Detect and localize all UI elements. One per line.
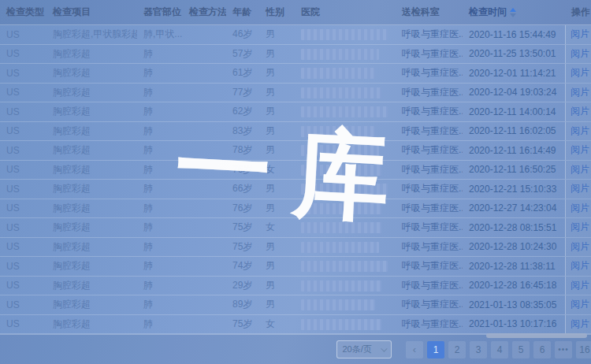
sort-caret-icon[interactable]: [510, 8, 516, 17]
table-row[interactable]: US 胸腔彩超 肺 74岁 男 呼吸与重症医... 2020-12-28 11:…: [0, 257, 591, 277]
pagination-page-button[interactable]: 2: [448, 341, 466, 358]
hospital-redaction-block: [301, 126, 375, 137]
cell-hospital: [295, 221, 396, 233]
cell-actions: 阅片: [565, 45, 591, 64]
header-exam-time[interactable]: 检查时间: [463, 6, 565, 19]
cell-exam-item: 胸腔彩超: [46, 143, 137, 157]
pagination-page-button[interactable]: 6: [533, 341, 551, 358]
cell-department: 呼吸与重症医...: [396, 298, 463, 311]
view-film-link[interactable]: 阅片: [571, 279, 589, 292]
table-row[interactable]: US 胸腔彩超 肺 57岁 男 呼吸与重症医... 2020-11-25 13:…: [0, 45, 591, 65]
table-row[interactable]: US 胸腔彩超 肺 76岁 女 呼吸与重症医... 2020-12-11 16:…: [0, 161, 591, 180]
cell-hospital: [295, 67, 396, 79]
horizontal-scrollbar-thumb[interactable]: [486, 333, 587, 338]
view-film-link[interactable]: 阅片: [571, 298, 589, 311]
cell-gender: 男: [259, 279, 295, 292]
header-hospital: 医院: [295, 6, 396, 19]
hospital-redaction-block: [301, 29, 388, 40]
cell-exam-type: US: [0, 280, 46, 291]
pagination-page-button[interactable]: 4: [491, 341, 508, 358]
cell-department: 呼吸与重症医...: [396, 124, 463, 138]
cell-hospital: [295, 28, 396, 40]
cell-age: 76岁: [226, 163, 259, 176]
cell-exam-time: 2020-12-28 10:24:30: [463, 241, 565, 252]
table-row[interactable]: US 胸腔彩超 肺 75岁 男 呼吸与重症医... 2020-12-28 10:…: [0, 238, 591, 258]
cell-department: 呼吸与重症医...: [396, 318, 463, 331]
table-row[interactable]: US 胸腔彩超 肺 62岁 男 呼吸与重症医... 2020-12-11 14:…: [0, 102, 591, 122]
cell-actions: 阅片: [565, 25, 591, 44]
cell-age: 74岁: [226, 259, 259, 273]
table-row[interactable]: US 胸腔彩超 肺 78岁 男 呼吸与重症医... 2020-12-11 16:…: [0, 141, 591, 161]
table-row[interactable]: US 胸腔彩超,甲状腺彩超 肺,甲状... 46岁 男 呼吸与重症医... 20…: [0, 25, 591, 45]
table-row[interactable]: US 胸腔彩超 肺 76岁 男 呼吸与重症医... 2020-12-27 14:…: [0, 199, 591, 219]
pagination-page-button[interactable]: 1: [427, 341, 444, 358]
cell-department: 呼吸与重症医...: [396, 221, 463, 234]
view-film-link[interactable]: 阅片: [571, 202, 589, 215]
table-row[interactable]: US 胸腔彩超 肺 66岁 男 呼吸与重症医... 2020-12-21 15:…: [0, 180, 591, 199]
hospital-redaction-block: [301, 87, 381, 98]
cell-gender: 男: [259, 182, 295, 195]
view-film-link[interactable]: 阅片: [571, 86, 589, 99]
cell-age: 75岁: [226, 240, 259, 254]
cell-exam-item: 胸腔彩超: [46, 105, 137, 118]
cell-department: 呼吸与重症医...: [396, 143, 463, 157]
pagination-more-button[interactable]: •••: [555, 341, 572, 358]
cell-hospital: [295, 106, 396, 117]
cell-exam-item: 胸腔彩超: [46, 259, 137, 273]
hospital-redaction-block: [301, 261, 388, 272]
view-film-link[interactable]: 阅片: [571, 182, 589, 195]
cell-exam-type: US: [0, 261, 46, 272]
table-row[interactable]: US 胸腔彩超 肺 89岁 男 呼吸与重症医... 2021-01-13 08:…: [0, 295, 591, 315]
cell-gender: 男: [259, 298, 295, 311]
view-film-link[interactable]: 阅片: [571, 163, 589, 176]
table-row[interactable]: US 胸腔彩超 肺 29岁 男 呼吸与重症医... 2020-12-28 16:…: [0, 277, 591, 296]
page-size-select[interactable]: 20条/页: [336, 340, 392, 358]
cell-exam-time: 2020-12-11 16:14:49: [463, 145, 565, 156]
view-film-link[interactable]: 阅片: [571, 318, 589, 331]
pagination-page-button[interactable]: 3: [470, 341, 487, 358]
pagination-page-button[interactable]: 16: [576, 341, 591, 358]
cell-gender: 男: [259, 202, 295, 215]
view-film-link[interactable]: 阅片: [571, 221, 589, 234]
table-row[interactable]: US 胸腔彩超 肺 83岁 男 呼吸与重症医... 2020-12-11 16:…: [0, 122, 591, 142]
view-film-link[interactable]: 阅片: [571, 143, 589, 157]
cell-exam-type: US: [0, 222, 46, 233]
view-film-link[interactable]: 阅片: [571, 124, 589, 138]
page-size-label: 20条/页: [343, 344, 372, 355]
view-film-link[interactable]: 阅片: [571, 28, 589, 41]
cell-actions: 阅片: [565, 141, 591, 160]
view-film-link[interactable]: 阅片: [571, 47, 589, 61]
pagination-prev-button[interactable]: ‹: [406, 341, 423, 358]
pagination-page-button[interactable]: 5: [512, 341, 530, 358]
cell-hospital: [295, 125, 396, 137]
cell-age: 78岁: [226, 143, 259, 157]
cell-organ: 肺: [137, 47, 183, 61]
cell-organ: 肺: [137, 279, 183, 292]
view-film-link[interactable]: 阅片: [571, 105, 589, 118]
table-row[interactable]: US 胸腔彩超 肺 75岁 女 呼吸与重症医... 2020-12-28 08:…: [0, 218, 591, 238]
table-row[interactable]: US 胸腔彩超 肺 75岁 女 呼吸与重症医... 2021-01-13 10:…: [0, 315, 591, 335]
cell-exam-time: 2020-12-28 08:15:51: [463, 222, 565, 233]
table-row[interactable]: US 胸腔彩超 肺 61岁 男 呼吸与重症医... 2020-12-01 11:…: [0, 64, 591, 84]
cell-exam-type: US: [0, 299, 46, 310]
view-film-link[interactable]: 阅片: [571, 259, 589, 273]
view-film-link[interactable]: 阅片: [571, 66, 589, 80]
cell-exam-time: 2021-01-13 10:17:16: [463, 318, 565, 329]
cell-department: 呼吸与重症医...: [396, 202, 463, 215]
cell-exam-item: 胸腔彩超: [46, 298, 137, 311]
table-row[interactable]: US 胸腔彩超 肺 77岁 男 呼吸与重症医... 2020-12-04 19:…: [0, 84, 591, 103]
cell-exam-time: 2020-12-04 19:03:24: [463, 87, 565, 98]
cell-exam-time: 2020-12-11 16:02:05: [463, 125, 565, 136]
header-gender: 性别: [259, 6, 295, 19]
cell-organ: 肺,甲状...: [137, 28, 183, 41]
cell-actions: 阅片: [565, 199, 591, 218]
exam-list-screen: 检查类型 检查项目 器官部位 检查方法 年龄 性别 医院 送检科室 检查时间 操…: [0, 0, 591, 364]
hospital-redaction-block: [301, 49, 379, 60]
header-actions: 操作: [565, 6, 591, 19]
hospital-redaction-block: [301, 299, 375, 310]
view-film-link[interactable]: 阅片: [571, 240, 589, 254]
cell-exam-item: 胸腔彩超: [46, 47, 137, 61]
cell-exam-time: 2020-11-25 13:50:01: [463, 48, 565, 59]
cell-hospital: [295, 183, 396, 195]
cell-age: 66岁: [226, 182, 259, 195]
